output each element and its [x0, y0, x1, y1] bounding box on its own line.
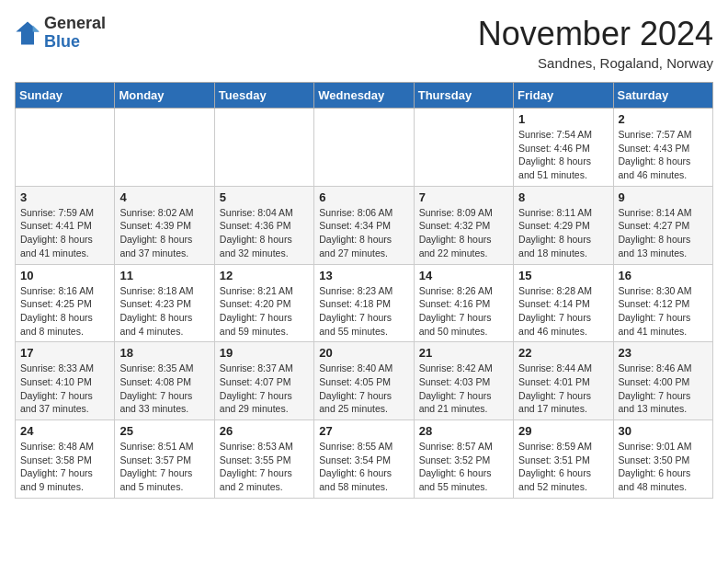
day-info: Sunrise: 8:40 AMSunset: 4:05 PMDaylight:…: [319, 362, 408, 416]
calendar-cell: 10Sunrise: 8:16 AMSunset: 4:25 PMDayligh…: [16, 264, 115, 342]
calendar-cell: 18Sunrise: 8:35 AMSunset: 4:08 PMDayligh…: [115, 342, 214, 420]
page-header: General Blue November 2024 Sandnes, Roga…: [15, 15, 713, 71]
calendar-cell: 11Sunrise: 8:18 AMSunset: 4:23 PMDayligh…: [115, 264, 214, 342]
day-info: Sunrise: 8:18 AMSunset: 4:23 PMDaylight:…: [119, 284, 209, 339]
day-info: Sunrise: 8:06 AMSunset: 4:34 PMDaylight:…: [319, 206, 408, 260]
calendar-cell: [115, 109, 214, 187]
day-of-week-header: Wednesday: [314, 83, 414, 109]
location-subtitle: Sandnes, Rogaland, Norway: [478, 55, 713, 71]
calendar-cell: 30Sunrise: 9:01 AMSunset: 3:50 PMDayligh…: [613, 420, 712, 499]
calendar-cell: 19Sunrise: 8:37 AMSunset: 4:07 PMDayligh…: [214, 342, 313, 420]
day-info: Sunrise: 8:44 AMSunset: 4:01 PMDaylight:…: [518, 362, 608, 416]
day-number: 23: [619, 346, 708, 360]
day-number: 2: [619, 112, 708, 126]
day-info: Sunrise: 8:30 AMSunset: 4:12 PMDaylight:…: [619, 284, 708, 339]
day-info: Sunrise: 8:57 AMSunset: 3:52 PMDaylight:…: [419, 440, 508, 494]
calendar-cell: [214, 109, 313, 187]
day-number: 30: [619, 424, 708, 438]
calendar-cell: 28Sunrise: 8:57 AMSunset: 3:52 PMDayligh…: [414, 420, 513, 499]
calendar-cell: 29Sunrise: 8:59 AMSunset: 3:51 PMDayligh…: [514, 420, 613, 499]
day-info: Sunrise: 8:48 AMSunset: 3:58 PMDaylight:…: [20, 440, 109, 494]
day-info: Sunrise: 8:11 AMSunset: 4:29 PMDaylight:…: [518, 206, 608, 260]
day-info: Sunrise: 8:59 AMSunset: 3:51 PMDaylight:…: [518, 440, 608, 494]
day-number: 20: [319, 346, 408, 360]
svg-marker-1: [33, 25, 40, 31]
day-number: 14: [419, 269, 508, 282]
logo-icon: [15, 20, 40, 46]
day-info: Sunrise: 8:46 AMSunset: 4:00 PMDaylight:…: [619, 362, 708, 416]
day-number: 21: [419, 346, 508, 360]
svg-marker-0: [16, 21, 39, 44]
calendar-cell: 20Sunrise: 8:40 AMSunset: 4:05 PMDayligh…: [314, 342, 414, 420]
day-info: Sunrise: 8:14 AMSunset: 4:27 PMDaylight:…: [619, 206, 708, 260]
calendar-header-row: SundayMondayTuesdayWednesdayThursdayFrid…: [16, 83, 713, 109]
calendar-cell: 12Sunrise: 8:21 AMSunset: 4:20 PMDayligh…: [214, 264, 313, 342]
day-of-week-header: Friday: [514, 83, 613, 109]
day-of-week-header: Tuesday: [214, 83, 313, 109]
day-number: 28: [419, 424, 508, 438]
day-number: 1: [518, 112, 608, 126]
calendar-cell: 23Sunrise: 8:46 AMSunset: 4:00 PMDayligh…: [613, 342, 712, 420]
day-info: Sunrise: 8:37 AMSunset: 4:07 PMDaylight:…: [220, 362, 309, 416]
day-info: Sunrise: 8:16 AMSunset: 4:25 PMDaylight:…: [20, 284, 109, 339]
calendar-week-row: 24Sunrise: 8:48 AMSunset: 3:58 PMDayligh…: [16, 420, 713, 499]
day-of-week-header: Saturday: [613, 83, 712, 109]
calendar-week-row: 17Sunrise: 8:33 AMSunset: 4:10 PMDayligh…: [16, 342, 713, 420]
logo: General Blue: [15, 15, 106, 52]
day-number: 9: [619, 190, 708, 204]
calendar-cell: 7Sunrise: 8:09 AMSunset: 4:32 PMDaylight…: [414, 186, 513, 264]
day-info: Sunrise: 8:35 AMSunset: 4:08 PMDaylight:…: [119, 362, 209, 416]
calendar-cell: 14Sunrise: 8:26 AMSunset: 4:16 PMDayligh…: [414, 264, 513, 342]
day-of-week-header: Monday: [115, 83, 214, 109]
day-info: Sunrise: 8:55 AMSunset: 3:54 PMDaylight:…: [319, 440, 408, 494]
day-number: 13: [319, 269, 408, 282]
day-info: Sunrise: 7:59 AMSunset: 4:41 PMDaylight:…: [20, 206, 109, 260]
calendar-week-row: 3Sunrise: 7:59 AMSunset: 4:41 PMDaylight…: [16, 186, 713, 264]
day-number: 12: [220, 269, 309, 282]
day-number: 19: [220, 346, 309, 360]
calendar-cell: 27Sunrise: 8:55 AMSunset: 3:54 PMDayligh…: [314, 420, 414, 499]
day-number: 7: [419, 190, 508, 204]
day-info: Sunrise: 8:28 AMSunset: 4:14 PMDaylight:…: [518, 284, 608, 339]
day-number: 22: [518, 346, 608, 360]
day-number: 15: [518, 269, 608, 282]
day-number: 11: [119, 269, 209, 282]
day-info: Sunrise: 8:51 AMSunset: 3:57 PMDaylight:…: [119, 440, 209, 494]
day-info: Sunrise: 8:21 AMSunset: 4:20 PMDaylight:…: [220, 284, 309, 339]
day-info: Sunrise: 9:01 AMSunset: 3:50 PMDaylight:…: [619, 440, 708, 494]
day-info: Sunrise: 8:23 AMSunset: 4:18 PMDaylight:…: [319, 284, 408, 339]
calendar-cell: 2Sunrise: 7:57 AMSunset: 4:43 PMDaylight…: [613, 109, 712, 187]
calendar-cell: 4Sunrise: 8:02 AMSunset: 4:39 PMDaylight…: [115, 186, 214, 264]
calendar-cell: 25Sunrise: 8:51 AMSunset: 3:57 PMDayligh…: [115, 420, 214, 499]
calendar-cell: [16, 109, 115, 187]
day-number: 4: [119, 190, 209, 204]
calendar-cell: 15Sunrise: 8:28 AMSunset: 4:14 PMDayligh…: [514, 264, 613, 342]
day-info: Sunrise: 7:57 AMSunset: 4:43 PMDaylight:…: [619, 128, 708, 182]
month-title: November 2024: [478, 15, 713, 53]
day-number: 25: [119, 424, 209, 438]
day-number: 24: [20, 424, 109, 438]
day-number: 27: [319, 424, 408, 438]
logo-blue-text: Blue: [44, 32, 80, 51]
calendar-cell: 17Sunrise: 8:33 AMSunset: 4:10 PMDayligh…: [16, 342, 115, 420]
calendar-table: SundayMondayTuesdayWednesdayThursdayFrid…: [15, 82, 713, 499]
day-info: Sunrise: 7:54 AMSunset: 4:46 PMDaylight:…: [518, 128, 608, 182]
title-block: November 2024 Sandnes, Rogaland, Norway: [478, 15, 713, 71]
calendar-cell: 9Sunrise: 8:14 AMSunset: 4:27 PMDaylight…: [613, 186, 712, 264]
day-number: 8: [518, 190, 608, 204]
day-number: 16: [619, 269, 708, 282]
day-number: 10: [20, 269, 109, 282]
calendar-cell: 16Sunrise: 8:30 AMSunset: 4:12 PMDayligh…: [613, 264, 712, 342]
calendar-cell: 24Sunrise: 8:48 AMSunset: 3:58 PMDayligh…: [16, 420, 115, 499]
day-number: 18: [119, 346, 209, 360]
day-number: 29: [518, 424, 608, 438]
day-number: 3: [20, 190, 109, 204]
day-info: Sunrise: 8:42 AMSunset: 4:03 PMDaylight:…: [419, 362, 508, 416]
calendar-cell: 1Sunrise: 7:54 AMSunset: 4:46 PMDaylight…: [514, 109, 613, 187]
day-info: Sunrise: 8:33 AMSunset: 4:10 PMDaylight:…: [20, 362, 109, 416]
calendar-cell: 26Sunrise: 8:53 AMSunset: 3:55 PMDayligh…: [214, 420, 313, 499]
calendar-week-row: 1Sunrise: 7:54 AMSunset: 4:46 PMDaylight…: [16, 109, 713, 187]
day-info: Sunrise: 8:09 AMSunset: 4:32 PMDaylight:…: [419, 206, 508, 260]
day-info: Sunrise: 8:26 AMSunset: 4:16 PMDaylight:…: [419, 284, 508, 339]
day-info: Sunrise: 8:02 AMSunset: 4:39 PMDaylight:…: [119, 206, 209, 260]
